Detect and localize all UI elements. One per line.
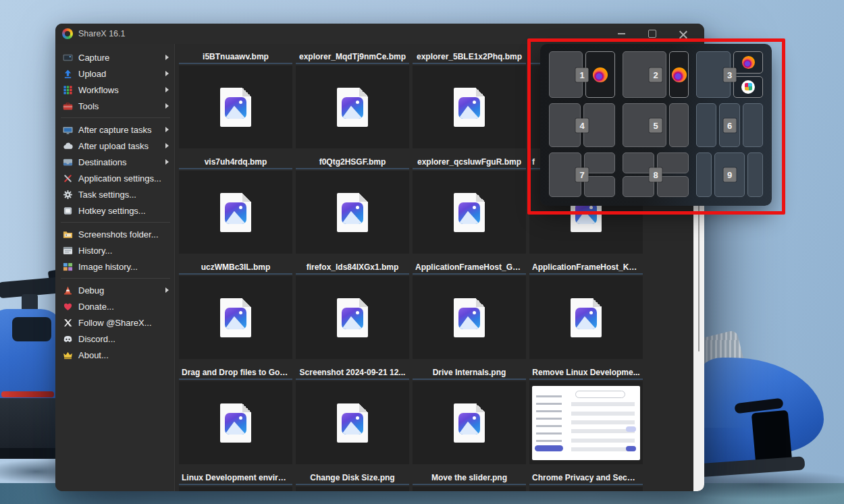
file-card[interactable]: ApplicationFrameHost_Kd... bbox=[529, 262, 643, 359]
file-name: uczWMBc3IL.bmp bbox=[179, 262, 292, 275]
image-file-icon bbox=[337, 193, 368, 232]
menu-item-application-settings[interactable]: Application settings... bbox=[59, 170, 174, 186]
file-card[interactable]: Move the slider.png bbox=[413, 472, 526, 491]
image-glyph bbox=[458, 308, 480, 329]
page-fold bbox=[359, 403, 368, 412]
file-card[interactable]: Drive Internals.png bbox=[413, 367, 526, 464]
image-glyph bbox=[342, 413, 363, 435]
file-card[interactable]: i5BTnuaawv.bmp bbox=[179, 51, 292, 148]
menu-item-workflows[interactable]: Workflows bbox=[59, 82, 174, 98]
file-name: Remove Linux Developme... bbox=[529, 367, 643, 380]
menu-item-follow-sharex[interactable]: Follow @ShareX... bbox=[59, 314, 174, 331]
file-card[interactable]: ApplicationFrameHost_Gc... bbox=[413, 262, 526, 359]
file-name: Linux Development enviro... bbox=[179, 472, 292, 485]
image-glyph bbox=[342, 308, 363, 329]
file-name: explorer_5BLE1x2Phq.bmp bbox=[413, 51, 526, 64]
file-thumbnail bbox=[413, 486, 526, 491]
page-fold bbox=[593, 298, 602, 307]
menu-separator bbox=[61, 117, 170, 118]
file-card[interactable]: Remove Linux Developme... bbox=[529, 367, 643, 464]
menu-item-history[interactable]: History... bbox=[59, 242, 174, 258]
hotkey-settings-icon bbox=[62, 205, 73, 216]
file-card[interactable]: f0Qtg2HSGF.bmp bbox=[296, 157, 409, 254]
file-card[interactable]: vis7uh4rdq.bmp bbox=[179, 157, 292, 254]
capture-icon bbox=[62, 52, 73, 63]
file-card[interactable]: Chrome Privacy and Securi... bbox=[529, 472, 643, 491]
file-thumbnail bbox=[296, 65, 409, 148]
about-icon bbox=[62, 349, 73, 360]
menu-item-after-capture-tasks[interactable]: After capture tasks bbox=[59, 121, 174, 138]
menu-item-task-settings[interactable]: Task settings... bbox=[59, 186, 174, 202]
file-card[interactable]: explorer_qcsIuwFguR.bmp bbox=[413, 157, 526, 254]
image-glyph bbox=[342, 97, 363, 119]
menu-item-label: Follow @ShareX... bbox=[78, 318, 152, 328]
menu-item-image-history[interactable]: Image history... bbox=[59, 258, 174, 275]
file-thumbnail bbox=[413, 171, 526, 254]
menu-item-screenshots-folder[interactable]: Screenshots folder... bbox=[59, 226, 174, 242]
menu-item-label: Screenshots folder... bbox=[78, 229, 159, 240]
menu-item-debug[interactable]: Debug bbox=[59, 282, 174, 298]
image-glyph bbox=[458, 97, 480, 119]
tools-icon bbox=[62, 101, 73, 111]
file-card[interactable]: Linux Development enviro... bbox=[179, 472, 292, 491]
file-thumbnail bbox=[179, 171, 292, 254]
menu-item-capture[interactable]: Capture bbox=[59, 49, 174, 65]
page-fold bbox=[476, 298, 485, 307]
file-card[interactable]: firefox_lds84IXGx1.bmp bbox=[296, 262, 409, 359]
workflows-icon bbox=[62, 84, 73, 95]
menu-item-discord[interactable]: Discord... bbox=[59, 331, 174, 347]
after-capture-icon bbox=[62, 124, 73, 135]
file-card[interactable]: explorer_5BLE1x2Phq.bmp bbox=[413, 51, 526, 148]
file-thumbnail bbox=[529, 486, 643, 491]
image-glyph bbox=[225, 308, 246, 329]
menu-item-label: Application settings... bbox=[78, 173, 161, 184]
file-name: explorer_MqdTj9nmCe.bmp bbox=[296, 51, 409, 64]
page-fold bbox=[476, 403, 485, 412]
submenu-arrow-icon bbox=[165, 127, 169, 132]
image-history-icon bbox=[62, 261, 73, 272]
image-file-icon bbox=[337, 298, 368, 337]
menu-item-upload[interactable]: Upload bbox=[59, 65, 174, 82]
page-fold bbox=[476, 88, 485, 96]
menu-item-label: Destinations bbox=[78, 157, 127, 167]
menu-item-label: Tools bbox=[78, 101, 99, 111]
submenu-arrow-icon bbox=[165, 87, 169, 92]
menu-item-tools[interactable]: Tools bbox=[59, 98, 174, 114]
file-thumbnail bbox=[413, 65, 526, 148]
file-card[interactable]: uczWMBc3IL.bmp bbox=[179, 262, 292, 359]
menu-item-about[interactable]: About... bbox=[59, 347, 174, 363]
image-file-icon bbox=[454, 88, 485, 127]
file-name: Drive Internals.png bbox=[413, 367, 526, 380]
file-thumbnail bbox=[296, 171, 409, 254]
image-glyph bbox=[225, 202, 246, 224]
main-menu: CaptureUploadWorkflowsToolsAfter capture… bbox=[55, 44, 174, 491]
menu-item-label: Task settings... bbox=[78, 190, 136, 200]
file-card[interactable]: explorer_MqdTj9nmCe.bmp bbox=[296, 51, 409, 148]
menu-item-label: About... bbox=[78, 350, 109, 360]
history-icon bbox=[62, 245, 73, 256]
submenu-arrow-icon bbox=[165, 143, 169, 148]
page-fold bbox=[242, 298, 251, 307]
image-glyph bbox=[225, 97, 246, 119]
file-card[interactable]: Screenshot 2024-09-21 12... bbox=[296, 367, 409, 464]
image-file-icon bbox=[220, 403, 251, 443]
menu-item-label: After upload tasks bbox=[78, 141, 149, 151]
image-file-icon bbox=[220, 193, 251, 232]
page-fold bbox=[359, 298, 368, 307]
menu-item-destinations[interactable]: Destinations bbox=[59, 154, 174, 170]
image-glyph bbox=[458, 413, 480, 435]
file-card[interactable]: Change Disk Size.png bbox=[296, 472, 409, 491]
screenshots-folder-icon bbox=[62, 229, 73, 240]
menu-item-donate[interactable]: Donate... bbox=[59, 298, 174, 314]
file-thumbnail bbox=[296, 276, 409, 359]
menu-item-label: Upload bbox=[78, 69, 106, 79]
file-card[interactable]: Drag and Drop files to Goo... bbox=[179, 367, 292, 464]
image-file-icon bbox=[337, 88, 368, 127]
file-name: explorer_qcsIuwFguR.bmp bbox=[413, 157, 526, 169]
file-thumbnail bbox=[529, 276, 643, 359]
menu-item-hotkey-settings[interactable]: Hotkey settings... bbox=[59, 202, 174, 219]
submenu-arrow-icon bbox=[165, 287, 169, 293]
menu-item-after-upload-tasks[interactable]: After upload tasks bbox=[59, 138, 174, 154]
file-thumbnail bbox=[179, 381, 292, 464]
highlight-rectangle bbox=[527, 38, 785, 215]
